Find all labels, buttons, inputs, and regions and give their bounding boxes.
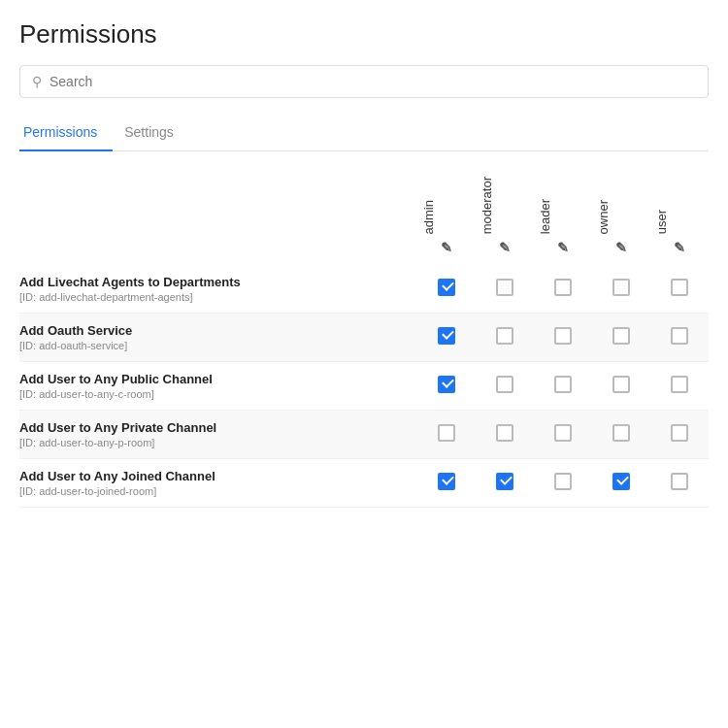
checkbox[interactable] bbox=[554, 424, 572, 442]
permission-id: [ID: add-user-to-any-p-room] bbox=[19, 437, 410, 448]
col-header-moderator: moderator ✎ bbox=[476, 171, 534, 265]
search-icon: ⚲ bbox=[32, 74, 42, 89]
checkbox[interactable] bbox=[671, 327, 688, 345]
permission-name-cell: Add User to Any Joined Channel[ID: add-u… bbox=[19, 459, 417, 508]
check-cell bbox=[592, 362, 650, 411]
permission-name-cell: Add User to Any Public Channel[ID: add-u… bbox=[19, 362, 417, 411]
checkbox[interactable] bbox=[671, 424, 688, 442]
tab-permissions[interactable]: Permissions bbox=[19, 115, 113, 151]
check-cell bbox=[476, 459, 534, 508]
check-cell bbox=[592, 314, 650, 362]
checkbox[interactable] bbox=[438, 327, 455, 345]
col-label-user: user bbox=[654, 210, 669, 234]
edit-icon-owner[interactable]: ✎ bbox=[612, 240, 631, 259]
check-cell bbox=[476, 411, 534, 459]
check-cell bbox=[417, 265, 476, 314]
search-box: ⚲ bbox=[19, 65, 709, 98]
check-cell bbox=[650, 314, 709, 362]
checkbox[interactable] bbox=[612, 473, 630, 490]
check-cell bbox=[534, 411, 592, 459]
checkbox[interactable] bbox=[438, 376, 455, 393]
empty-header bbox=[19, 171, 417, 265]
checkbox[interactable] bbox=[612, 327, 630, 345]
page-title: Permissions bbox=[19, 19, 709, 50]
col-label-leader: leader bbox=[538, 199, 552, 234]
tab-settings[interactable]: Settings bbox=[120, 115, 189, 151]
permission-id: [ID: add-oauth-service] bbox=[19, 340, 410, 351]
table-row: Add User to Any Public Channel[ID: add-u… bbox=[19, 362, 709, 411]
checkbox[interactable] bbox=[612, 279, 630, 296]
edit-icon-user[interactable]: ✎ bbox=[670, 240, 689, 259]
check-cell bbox=[592, 265, 650, 314]
checkbox[interactable] bbox=[554, 327, 572, 345]
permission-id: [ID: add-user-to-any-c-room] bbox=[19, 388, 410, 400]
permission-name: Add User to Any Private Channel bbox=[19, 420, 410, 435]
check-cell bbox=[650, 362, 709, 411]
table-row: Add Oauth Service[ID: add-oauth-service] bbox=[19, 314, 709, 362]
check-cell bbox=[417, 459, 476, 508]
checkbox[interactable] bbox=[438, 279, 455, 296]
check-cell bbox=[476, 314, 534, 362]
checkbox[interactable] bbox=[438, 424, 455, 442]
col-label-admin: admin bbox=[421, 200, 436, 234]
col-label-owner: owner bbox=[596, 200, 611, 234]
check-cell bbox=[417, 411, 476, 459]
check-cell bbox=[476, 265, 534, 314]
checkbox[interactable] bbox=[554, 279, 572, 296]
check-cell bbox=[534, 459, 592, 508]
checkbox[interactable] bbox=[496, 327, 513, 345]
search-input[interactable] bbox=[50, 74, 696, 89]
check-cell bbox=[650, 265, 709, 314]
col-label-moderator: moderator bbox=[480, 177, 494, 234]
permission-name: Add Oauth Service bbox=[19, 323, 410, 338]
checkbox[interactable] bbox=[612, 424, 630, 442]
permission-name: Add User to Any Joined Channel bbox=[19, 469, 410, 483]
checkbox[interactable] bbox=[671, 473, 688, 490]
check-cell bbox=[534, 362, 592, 411]
checkbox[interactable] bbox=[496, 376, 513, 393]
edit-icon-moderator[interactable]: ✎ bbox=[495, 240, 514, 259]
table-row: Add Livechat Agents to Departments[ID: a… bbox=[19, 265, 709, 314]
check-cell bbox=[417, 314, 476, 362]
checkbox[interactable] bbox=[496, 473, 513, 490]
col-header-leader: leader ✎ bbox=[534, 171, 592, 265]
check-cell bbox=[476, 362, 534, 411]
check-cell bbox=[534, 265, 592, 314]
checkbox[interactable] bbox=[438, 473, 455, 490]
permission-id: [ID: add-user-to-joined-room] bbox=[19, 485, 410, 497]
check-cell bbox=[650, 459, 709, 508]
col-header-admin: admin ✎ bbox=[417, 171, 476, 265]
permission-name-cell: Add Livechat Agents to Departments[ID: a… bbox=[19, 265, 417, 314]
check-cell bbox=[417, 362, 476, 411]
checkbox[interactable] bbox=[554, 473, 572, 490]
checkbox[interactable] bbox=[612, 376, 630, 393]
permission-name: Add Livechat Agents to Departments bbox=[19, 275, 410, 289]
checkbox[interactable] bbox=[671, 376, 688, 393]
check-cell bbox=[534, 314, 592, 362]
table-row: Add User to Any Joined Channel[ID: add-u… bbox=[19, 459, 709, 508]
table-row: Add User to Any Private Channel[ID: add-… bbox=[19, 411, 709, 459]
check-cell bbox=[650, 411, 709, 459]
permission-id: [ID: add-livechat-department-agents] bbox=[19, 291, 410, 303]
permission-name: Add User to Any Public Channel bbox=[19, 372, 410, 386]
permission-name-cell: Add Oauth Service[ID: add-oauth-service] bbox=[19, 314, 417, 362]
col-header-owner: owner ✎ bbox=[592, 171, 650, 265]
checkbox[interactable] bbox=[496, 279, 513, 296]
edit-icon-admin[interactable]: ✎ bbox=[437, 240, 456, 259]
edit-icon-leader[interactable]: ✎ bbox=[553, 240, 573, 259]
col-header-user: user ✎ bbox=[650, 171, 709, 265]
checkbox[interactable] bbox=[671, 279, 688, 296]
page-container: Permissions ⚲ Permissions Settings admin… bbox=[0, 0, 728, 508]
checkbox[interactable] bbox=[554, 376, 572, 393]
permissions-table: admin ✎ moderator ✎ leader ✎ owner ✎ use… bbox=[19, 171, 709, 508]
checkbox[interactable] bbox=[496, 424, 513, 442]
tabs: Permissions Settings bbox=[19, 114, 709, 151]
permission-name-cell: Add User to Any Private Channel[ID: add-… bbox=[19, 411, 417, 459]
check-cell bbox=[592, 459, 650, 508]
check-cell bbox=[592, 411, 650, 459]
